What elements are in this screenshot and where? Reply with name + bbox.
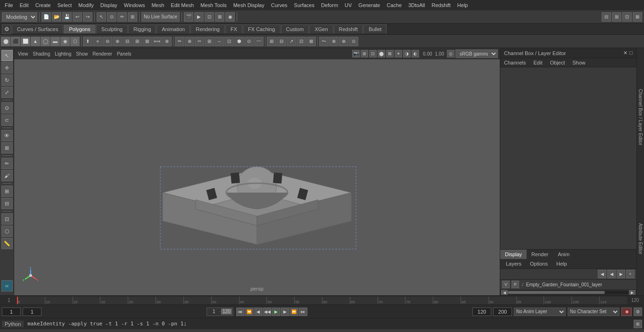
menu-file[interactable]: File [2,1,16,9]
menu-3dto-all[interactable]: 3DtoAll [405,1,428,9]
tab-redshift[interactable]: Redshift [334,24,363,33]
show-hide-btn[interactable]: 👁 [1,130,13,141]
le-sub-options[interactable]: Options [526,260,552,267]
deform1-icon[interactable]: 〜 [319,37,329,46]
hollow-icon[interactable]: ⊠ [306,37,316,46]
tab-custom[interactable]: Custom [281,24,309,33]
panels-menu-btn[interactable]: Panels [115,51,133,57]
start-frame-input[interactable] [23,308,41,316]
smooth-icon[interactable]: ⊠ [142,37,152,46]
crease-icon[interactable]: 〰 [254,37,264,46]
menu-generate[interactable]: Generate [355,1,383,9]
tab-rendering[interactable]: Rendering [190,24,225,33]
shading-menu-btn[interactable]: Shading [31,51,52,57]
anim-layer-select[interactable]: No Anim Layer [514,308,566,316]
deform3-icon[interactable]: ⊕ [339,37,348,46]
undo-icon[interactable]: ↩ [73,12,82,22]
vp-texture-icon[interactable]: ⊠ [386,50,394,57]
snap-btn[interactable]: ⊞ [1,142,13,154]
step-fwd-btn[interactable]: ▶ [281,308,289,316]
cb-tab-object[interactable]: Object [546,58,569,67]
show-menu-btn[interactable]: Show [74,51,90,57]
silhouette-btn[interactable]: ⬡ [1,226,13,237]
menu-mesh-display[interactable]: Mesh Display [231,1,267,9]
settings-btn[interactable]: ⚙ [634,308,642,316]
fill-icon[interactable]: ⬢ [234,37,244,46]
right-edge-channel-box[interactable]: Channel Box / Layer Editor [637,87,644,147]
lighting-menu-btn[interactable]: Lighting [53,51,73,57]
vp-ao-icon[interactable]: ◐ [412,50,419,57]
vp-wire-icon[interactable]: ⊡ [369,50,377,57]
play-back-btn[interactable]: ◀◀ [263,308,272,316]
bevel-icon[interactable]: ⋄ [93,37,102,46]
mirror-icon[interactable]: ⟺ [152,37,162,46]
boolean-icon[interactable]: ⊗ [162,37,172,46]
mode-select[interactable]: Modeling [2,12,37,22]
menu-mesh-tools[interactable]: Mesh Tools [198,1,229,9]
cb-tab-edit[interactable]: Edit [529,58,546,67]
deform2-icon[interactable]: ⊗ [329,37,339,46]
le-tab-display[interactable]: Display [500,250,527,259]
append-icon[interactable]: ⊕ [185,37,194,46]
target-weld-icon[interactable]: ⊙ [244,37,254,46]
go-end-btn[interactable]: ⏭ [299,308,307,316]
torus-icon[interactable]: ◯ [41,37,50,46]
command-line[interactable]: makeIdentity -apply true -t 1 -r 1 -s 1 … [27,321,630,327]
scale-btn[interactable]: ⤢ [1,87,13,98]
le-sub-layers[interactable]: Layers [502,260,525,267]
cb-tab-show[interactable]: Show [569,58,589,67]
insert-icon[interactable]: ⊞ [205,37,214,46]
artisan-btn[interactable]: 🖌 [1,170,13,181]
frame-counter-input[interactable] [208,308,220,316]
render-region-btn[interactable]: ⊡ [1,213,13,225]
layout3-icon[interactable]: ⊡ [622,12,632,22]
render4-icon[interactable]: ⊠ [215,12,224,22]
tab-sculpting[interactable]: Sculpting [96,24,128,33]
cb-tab-channels[interactable]: Channels [500,58,529,67]
layout2-icon[interactable]: ⊞ [612,12,621,22]
duplicate-icon[interactable]: ⊡ [297,37,306,46]
tab-settings-btn[interactable]: ⚙ [2,24,11,34]
right-edge-attribute-editor[interactable]: Attribute Editor [637,221,644,256]
menu-edit-mesh[interactable]: Edit Mesh [168,1,197,9]
layout4-icon[interactable]: ⊠ [633,12,642,22]
menu-display[interactable]: Display [98,1,120,9]
menu-redshift[interactable]: Redshift [429,1,453,9]
cut-icon[interactable]: ✂ [195,37,204,46]
menu-mesh[interactable]: Mesh [149,1,167,9]
component1-btn[interactable]: ⊞ [1,186,13,197]
menu-curves[interactable]: Curves [268,1,290,9]
tab-bullet[interactable]: Bullet [363,24,387,33]
scroll-right-btn[interactable]: ▶ [629,290,636,295]
menu-windows[interactable]: Windows [121,1,148,9]
select-tool-icon[interactable]: ↖ [97,12,106,22]
prev-key-btn[interactable]: ⏪ [245,308,254,316]
vp-grid-icon[interactable]: ⊞ [361,50,368,57]
next-key-btn[interactable]: ⏩ [290,308,298,316]
measure-btn[interactable]: 📏 [1,238,13,249]
layer-playback-btn[interactable]: P [512,281,519,288]
extract-icon[interactable]: ↗ [287,37,296,46]
rotate-btn[interactable]: ↻ [1,74,13,86]
go-start-btn[interactable]: ⏮ [236,308,245,316]
deform4-icon[interactable]: ⊙ [349,37,358,46]
bridge-icon[interactable]: ⊖ [103,37,112,46]
save-file-icon[interactable]: 💾 [62,12,72,22]
range-end-input[interactable] [472,308,491,316]
layer-visible-btn[interactable]: V [502,281,510,288]
subdiv-icon[interactable]: ⊞ [132,37,142,46]
layout-icon[interactable]: ⊟ [602,12,611,22]
snap-grid-icon[interactable]: ⊞ [128,12,137,22]
menu-create[interactable]: Create [33,1,54,9]
menu-surfaces[interactable]: Surfaces [291,1,317,9]
le-tab-anim[interactable]: Anim [553,250,574,259]
char-set-select[interactable]: No Character Set [568,308,619,316]
menu-modify[interactable]: Modify [75,1,96,9]
select-mode-btn[interactable]: ↖ [1,50,13,61]
pipe-icon[interactable]: ⬡ [70,37,80,46]
menu-edit[interactable]: Edit [17,1,32,9]
pencil-icon[interactable]: ✏ [175,37,184,46]
menu-help[interactable]: Help [454,1,471,9]
render2-icon[interactable]: ▶ [194,12,204,22]
sphere-icon[interactable]: ⬤ [1,37,10,46]
